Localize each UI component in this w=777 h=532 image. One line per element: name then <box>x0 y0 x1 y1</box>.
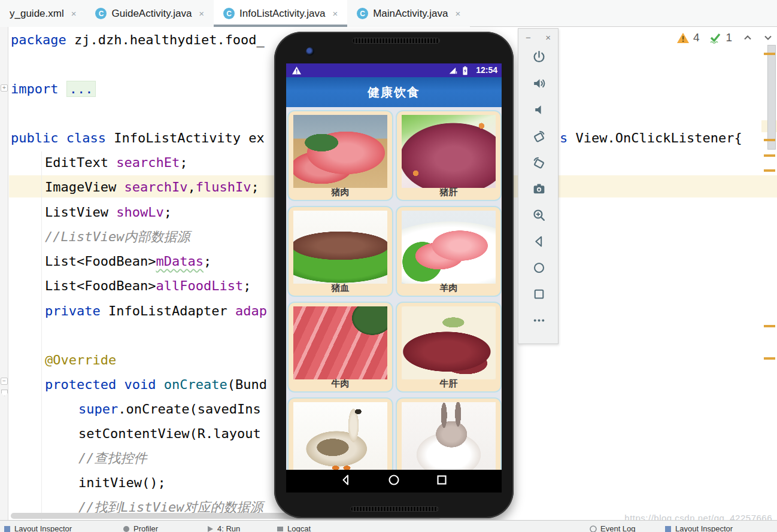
code-line: s View.OnClickListener{ <box>560 126 742 150</box>
warning-stripe-mark[interactable] <box>764 169 775 172</box>
tab-close-icon[interactable]: × <box>71 8 77 19</box>
code-token: View.OnClickListener{ <box>576 130 742 145</box>
food-label: 羊肉 <box>397 282 500 294</box>
home-button[interactable] <box>518 254 559 281</box>
power-icon <box>532 50 547 65</box>
tool-window-button-layout-inspector[interactable]: Layout Inspector <box>664 524 733 532</box>
code-token: ListView <box>45 205 116 220</box>
status-battery-icon <box>462 66 468 75</box>
tab-mainactivity-java[interactable]: CMainActivity.java× <box>347 0 470 27</box>
code-token: , <box>187 180 195 194</box>
tab-label: y_guide.xml <box>10 8 64 20</box>
tool-window-button-event-log[interactable]: Event Log <box>590 524 636 532</box>
zoom-button[interactable] <box>518 202 559 228</box>
profiler-icon <box>123 525 130 532</box>
code-token: flushIv <box>196 180 251 194</box>
food-label: 牛肉 <box>289 378 392 390</box>
code-token: zj.dzh.healthydiet.food_ <box>74 32 265 47</box>
tool-window-button-logcat[interactable]: Logcat <box>277 524 311 532</box>
tool-window-label: Layout Inspector <box>675 524 733 532</box>
food-card-pork-blood[interactable]: 猪血 <box>287 206 393 297</box>
emulator-phone-frame: 12:54 健康饮食 猪肉猪肝猪血羊肉牛肉牛肝 <box>274 32 514 518</box>
back-button[interactable] <box>518 228 559 254</box>
food-card-lamb[interactable]: 羊肉 <box>396 206 502 297</box>
indent-guide <box>41 151 42 532</box>
code-line: EditText searchEt; <box>45 150 187 175</box>
nav-home-button[interactable] <box>387 473 401 490</box>
next-problem-icon[interactable] <box>762 32 774 44</box>
code-line: super.onCreate(savedIns <box>78 397 261 421</box>
tab-close-icon[interactable]: × <box>199 8 204 19</box>
editor-tab-bar: y_guide.xml×CGuideActivity.java×CInfoLis… <box>0 0 777 27</box>
food-card-pork[interactable]: 猪肉 <box>287 110 393 201</box>
food-card-pork-liver[interactable]: 猪肝 <box>396 110 502 201</box>
tab-guideactivity-java[interactable]: CGuideActivity.java× <box>86 0 214 27</box>
lamb-image <box>402 211 496 284</box>
code-token: adap <box>235 303 267 318</box>
tab-infolistactivity-java[interactable]: CInfoListActivity.java× <box>214 0 347 27</box>
warning-count: 4 <box>693 31 700 44</box>
code-token: mDatas <box>156 254 203 269</box>
nav-home-icon <box>387 473 401 487</box>
volume-down-button[interactable] <box>518 96 559 123</box>
food-grid[interactable]: 猪肉猪肝猪血羊肉牛肉牛肝 <box>286 107 502 470</box>
code-token: @Override <box>45 352 116 367</box>
fold-import-icon[interactable]: + <box>1 84 8 92</box>
status-clock: 12:54 <box>476 65 497 75</box>
warning-stripe-mark[interactable] <box>764 154 775 157</box>
code-line: @Override <box>45 348 116 372</box>
power-button[interactable] <box>518 44 559 70</box>
android-studio-window: y_guide.xml×CGuideActivity.java×CInfoLis… <box>0 0 777 532</box>
more-button[interactable] <box>518 307 559 333</box>
code-line: public class InfoListActivity ex <box>11 126 265 150</box>
code-token: super <box>78 402 118 417</box>
rotate-right-button[interactable] <box>518 149 559 175</box>
code-token: ; <box>243 278 251 293</box>
code-token: setContentView(R.layout <box>78 426 261 441</box>
nav-overview-button[interactable] <box>435 473 449 490</box>
tab-y_guide-xml[interactable]: y_guide.xml× <box>0 0 86 27</box>
pork-blood-image <box>293 211 387 284</box>
fold-method-icon[interactable]: − <box>1 378 8 385</box>
volume-up-button[interactable] <box>518 70 559 96</box>
code-line: package zj.dzh.healthydiet.food_ <box>11 28 265 52</box>
tab-close-icon[interactable]: × <box>456 8 461 19</box>
food-card-beef-liver[interactable]: 牛肝 <box>396 302 502 393</box>
code-token: ; <box>204 254 211 269</box>
typo-count: 1 <box>726 31 733 44</box>
tab-close-icon[interactable]: × <box>332 8 338 19</box>
active-tab-underline <box>214 25 347 27</box>
volume-down-icon <box>532 102 547 117</box>
tool-window-label: Logcat <box>287 524 311 532</box>
warning-icon <box>676 32 690 44</box>
code-line: List<FoodBean>mDatas; <box>45 249 211 273</box>
beef-image <box>293 306 387 379</box>
code-token: searchIv <box>124 180 187 194</box>
tool-window-label: Event Log <box>600 524 636 532</box>
emulator-close-button[interactable]: × <box>545 32 551 42</box>
warning-stripe-mark[interactable] <box>764 325 775 327</box>
tool-window-button-profiler[interactable]: Profiler <box>123 524 158 532</box>
emulator-toolbar: − × <box>518 28 559 344</box>
prev-problem-icon[interactable] <box>742 32 754 44</box>
phone-screen[interactable]: 12:54 健康饮食 猪肉猪肝猪血羊肉牛肉牛肝 <box>286 63 502 493</box>
food-card-goose[interactable] <box>287 397 393 470</box>
app-title: 健康饮食 <box>368 84 420 101</box>
nav-back-button[interactable] <box>339 473 353 490</box>
rotate-left-button[interactable] <box>518 123 559 149</box>
warning-stripe-mark[interactable] <box>764 357 775 360</box>
emulator-minimize-button[interactable]: − <box>526 32 531 42</box>
overview-button[interactable] <box>518 281 559 307</box>
status-warning-icon <box>292 66 302 75</box>
tool-window-button-layout-inspector[interactable]: Layout Inspector <box>4 524 72 532</box>
warning-stripe-mark[interactable] <box>764 139 775 141</box>
more-icon <box>532 313 547 328</box>
food-card-rabbit[interactable] <box>396 397 502 470</box>
eventlog-icon <box>590 525 597 532</box>
tool-window-button-4-run[interactable]: 4: Run <box>207 524 240 532</box>
food-card-beef[interactable]: 牛肉 <box>287 302 393 393</box>
code-token: ; <box>164 205 172 220</box>
screenshot-button[interactable] <box>518 175 559 202</box>
vertical-scrollbar-thumb[interactable] <box>767 45 776 150</box>
warning-stripe-mark[interactable] <box>764 53 775 55</box>
